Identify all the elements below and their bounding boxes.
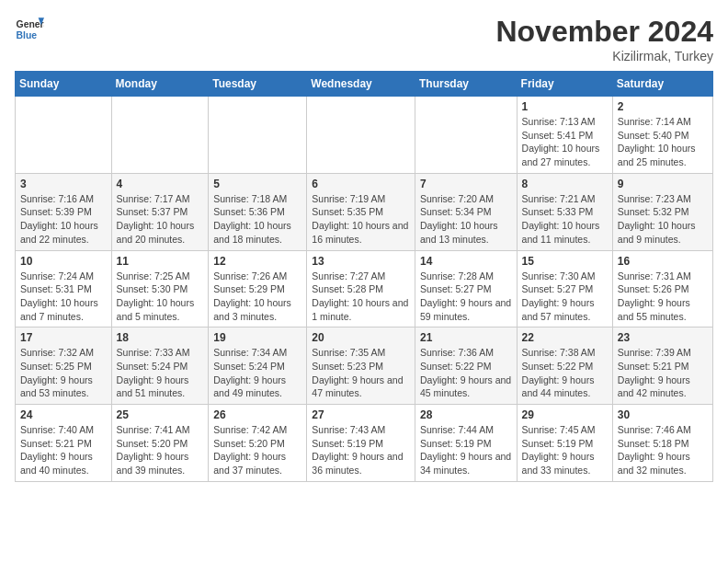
calendar-cell: 8Sunrise: 7:21 AMSunset: 5:33 PMDaylight…	[517, 173, 612, 250]
weekday-header-friday: Friday	[517, 72, 612, 97]
day-info: Sunrise: 7:36 AMSunset: 5:22 PMDaylight:…	[420, 346, 512, 400]
weekday-header-wednesday: Wednesday	[307, 72, 415, 97]
page-header: General Blue November 2024 Kizilirmak, T…	[15, 15, 713, 63]
weekday-header-tuesday: Tuesday	[209, 72, 307, 97]
day-number: 8	[522, 178, 608, 190]
day-info: Sunrise: 7:17 AMSunset: 5:37 PMDaylight:…	[117, 192, 204, 247]
calendar-cell: 15Sunrise: 7:30 AMSunset: 5:27 PMDayligh…	[517, 250, 612, 327]
week-row-1: 1Sunrise: 7:13 AMSunset: 5:41 PMDaylight…	[16, 97, 713, 174]
day-number: 30	[618, 408, 708, 421]
day-number: 27	[312, 408, 410, 421]
calendar-cell: 23Sunrise: 7:39 AMSunset: 5:21 PMDayligh…	[612, 327, 712, 405]
calendar-cell: 21Sunrise: 7:36 AMSunset: 5:22 PMDayligh…	[415, 327, 517, 405]
calendar-cell: 22Sunrise: 7:38 AMSunset: 5:22 PMDayligh…	[517, 327, 612, 405]
title-block: November 2024 Kizilirmak, Turkey	[495, 15, 713, 63]
day-info: Sunrise: 7:13 AMSunset: 5:41 PMDaylight:…	[522, 115, 608, 169]
day-number: 19	[213, 331, 301, 344]
day-number: 9	[618, 178, 708, 190]
calendar-cell: 11Sunrise: 7:25 AMSunset: 5:30 PMDayligh…	[111, 250, 209, 327]
day-number: 28	[420, 408, 512, 421]
day-number: 23	[618, 331, 708, 344]
day-number: 22	[522, 331, 608, 344]
day-number: 3	[20, 178, 107, 190]
calendar-cell: 16Sunrise: 7:31 AMSunset: 5:26 PMDayligh…	[612, 250, 712, 327]
calendar-cell	[111, 97, 209, 174]
calendar-cell: 28Sunrise: 7:44 AMSunset: 5:19 PMDayligh…	[415, 405, 517, 482]
day-number: 6	[312, 178, 410, 190]
calendar-cell: 7Sunrise: 7:20 AMSunset: 5:34 PMDaylight…	[415, 173, 517, 250]
day-info: Sunrise: 7:45 AMSunset: 5:19 PMDaylight:…	[522, 423, 608, 477]
calendar-cell: 4Sunrise: 7:17 AMSunset: 5:37 PMDaylight…	[111, 173, 209, 250]
day-number: 10	[20, 255, 107, 268]
day-number: 11	[117, 255, 204, 268]
weekday-header-monday: Monday	[111, 72, 209, 97]
day-number: 26	[213, 408, 301, 421]
day-number: 18	[117, 331, 204, 344]
day-number: 15	[522, 255, 608, 268]
calendar-cell: 20Sunrise: 7:35 AMSunset: 5:23 PMDayligh…	[307, 327, 415, 405]
day-info: Sunrise: 7:34 AMSunset: 5:24 PMDaylight:…	[213, 346, 301, 400]
weekday-header-sunday: Sunday	[16, 72, 112, 97]
day-number: 17	[20, 331, 107, 344]
day-info: Sunrise: 7:25 AMSunset: 5:30 PMDaylight:…	[117, 270, 204, 324]
day-info: Sunrise: 7:38 AMSunset: 5:22 PMDaylight:…	[522, 346, 608, 400]
weekday-header-thursday: Thursday	[415, 72, 517, 97]
location: Kizilirmak, Turkey	[495, 49, 713, 63]
day-info: Sunrise: 7:31 AMSunset: 5:26 PMDaylight:…	[618, 270, 708, 324]
calendar-cell	[307, 97, 415, 174]
day-info: Sunrise: 7:41 AMSunset: 5:20 PMDaylight:…	[117, 423, 204, 477]
weekday-header-saturday: Saturday	[612, 72, 712, 97]
day-info: Sunrise: 7:18 AMSunset: 5:36 PMDaylight:…	[213, 192, 301, 247]
day-number: 20	[312, 331, 410, 344]
calendar-cell	[16, 97, 112, 174]
day-info: Sunrise: 7:20 AMSunset: 5:34 PMDaylight:…	[420, 192, 512, 247]
calendar-cell: 17Sunrise: 7:32 AMSunset: 5:25 PMDayligh…	[16, 327, 112, 405]
day-info: Sunrise: 7:43 AMSunset: 5:19 PMDaylight:…	[312, 423, 410, 477]
day-info: Sunrise: 7:44 AMSunset: 5:19 PMDaylight:…	[420, 423, 512, 477]
week-row-2: 3Sunrise: 7:16 AMSunset: 5:39 PMDaylight…	[16, 173, 713, 250]
day-info: Sunrise: 7:33 AMSunset: 5:24 PMDaylight:…	[117, 346, 204, 400]
calendar-cell: 27Sunrise: 7:43 AMSunset: 5:19 PMDayligh…	[307, 405, 415, 482]
calendar-cell: 30Sunrise: 7:46 AMSunset: 5:18 PMDayligh…	[612, 405, 712, 482]
day-info: Sunrise: 7:42 AMSunset: 5:20 PMDaylight:…	[213, 423, 301, 477]
day-number: 5	[213, 178, 301, 190]
calendar-cell: 24Sunrise: 7:40 AMSunset: 5:21 PMDayligh…	[16, 405, 112, 482]
day-info: Sunrise: 7:19 AMSunset: 5:35 PMDaylight:…	[312, 192, 410, 247]
day-number: 16	[618, 255, 708, 268]
calendar-cell: 6Sunrise: 7:19 AMSunset: 5:35 PMDaylight…	[307, 173, 415, 250]
calendar-cell	[209, 97, 307, 174]
calendar-cell	[415, 97, 517, 174]
day-info: Sunrise: 7:21 AMSunset: 5:33 PMDaylight:…	[522, 192, 608, 247]
calendar-cell: 19Sunrise: 7:34 AMSunset: 5:24 PMDayligh…	[209, 327, 307, 405]
calendar-cell: 26Sunrise: 7:42 AMSunset: 5:20 PMDayligh…	[209, 405, 307, 482]
logo: General Blue	[15, 15, 44, 44]
day-info: Sunrise: 7:14 AMSunset: 5:40 PMDaylight:…	[618, 115, 708, 169]
logo-icon: General Blue	[15, 15, 44, 44]
day-number: 7	[420, 178, 512, 190]
calendar-cell: 18Sunrise: 7:33 AMSunset: 5:24 PMDayligh…	[111, 327, 209, 405]
day-info: Sunrise: 7:39 AMSunset: 5:21 PMDaylight:…	[618, 346, 708, 400]
day-number: 4	[117, 178, 204, 190]
day-info: Sunrise: 7:46 AMSunset: 5:18 PMDaylight:…	[618, 423, 708, 477]
calendar-cell: 2Sunrise: 7:14 AMSunset: 5:40 PMDaylight…	[612, 97, 712, 174]
weekday-header-row: SundayMondayTuesdayWednesdayThursdayFrid…	[16, 72, 713, 97]
day-info: Sunrise: 7:28 AMSunset: 5:27 PMDaylight:…	[420, 270, 512, 324]
day-number: 24	[20, 408, 107, 421]
day-info: Sunrise: 7:32 AMSunset: 5:25 PMDaylight:…	[20, 346, 107, 400]
day-info: Sunrise: 7:23 AMSunset: 5:32 PMDaylight:…	[618, 192, 708, 247]
week-row-4: 17Sunrise: 7:32 AMSunset: 5:25 PMDayligh…	[16, 327, 713, 405]
day-number: 13	[312, 255, 410, 268]
calendar-cell: 25Sunrise: 7:41 AMSunset: 5:20 PMDayligh…	[111, 405, 209, 482]
day-info: Sunrise: 7:40 AMSunset: 5:21 PMDaylight:…	[20, 423, 107, 477]
day-number: 25	[117, 408, 204, 421]
calendar-cell: 5Sunrise: 7:18 AMSunset: 5:36 PMDaylight…	[209, 173, 307, 250]
calendar-cell: 13Sunrise: 7:27 AMSunset: 5:28 PMDayligh…	[307, 250, 415, 327]
calendar-cell: 10Sunrise: 7:24 AMSunset: 5:31 PMDayligh…	[16, 250, 112, 327]
day-number: 14	[420, 255, 512, 268]
day-number: 12	[213, 255, 301, 268]
day-number: 2	[618, 100, 708, 113]
day-info: Sunrise: 7:24 AMSunset: 5:31 PMDaylight:…	[20, 270, 107, 324]
calendar-cell: 12Sunrise: 7:26 AMSunset: 5:29 PMDayligh…	[209, 250, 307, 327]
day-number: 1	[522, 100, 608, 113]
week-row-3: 10Sunrise: 7:24 AMSunset: 5:31 PMDayligh…	[16, 250, 713, 327]
